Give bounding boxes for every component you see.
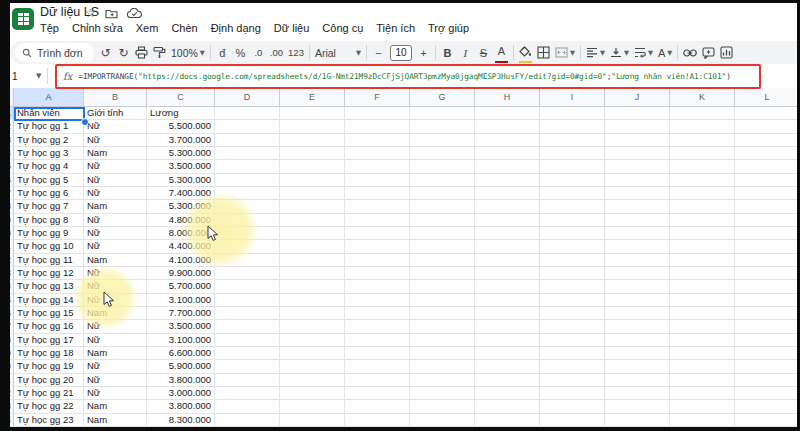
cell-L12[interactable] [735,254,800,267]
cell-K20[interactable] [670,360,735,373]
cell-H3[interactable] [475,134,540,147]
cell-A24[interactable]: Tự học gg 23 [14,414,84,427]
cell-F2[interactable] [345,120,410,133]
cell-K8[interactable] [670,200,735,213]
cell-J11[interactable] [605,240,670,253]
cell-K13[interactable] [670,267,735,280]
cell-H24[interactable] [475,414,540,427]
cell-A13[interactable]: Tự học gg 12 [14,267,84,280]
cell-I9[interactable] [540,214,605,227]
cell-A20[interactable]: Tự học gg 19 [14,360,84,373]
redo-button[interactable]: ↻ [117,44,130,62]
column-header-A[interactable]: A [14,88,84,107]
cell-C7[interactable]: 7.400.000 [147,187,215,200]
cell-B10[interactable]: Nữ [84,227,147,240]
cell-K24[interactable] [670,414,735,427]
cell-L17[interactable] [735,320,800,333]
cell-H8[interactable] [475,200,540,213]
cell-E14[interactable] [280,280,345,293]
cell-H12[interactable] [475,254,540,267]
cell-D13[interactable] [215,267,280,280]
menu-item-2[interactable]: Chỉnh sửa [72,22,123,34]
cell-J8[interactable] [605,200,670,213]
cell-F7[interactable] [345,187,410,200]
font-size-input[interactable]: 10 [390,45,412,61]
cell-B1[interactable]: Giới tính [84,107,147,120]
cell-L18[interactable] [735,334,800,347]
cell-J16[interactable] [605,307,670,320]
cell-F5[interactable] [345,160,410,173]
vertical-align-button[interactable]: ▼ [610,44,629,62]
column-header-E[interactable]: E [280,88,345,107]
cell-B21[interactable]: Nữ [84,374,147,387]
cell-D2[interactable] [215,120,280,133]
cell-F20[interactable] [345,360,410,373]
cell-I2[interactable] [540,120,605,133]
cell-F3[interactable] [345,134,410,147]
cell-A11[interactable]: Tự học gg 10 [14,240,84,253]
cell-A4[interactable]: Tự học gg 3 [14,147,84,160]
cell-I19[interactable] [540,347,605,360]
cell-G21[interactable] [410,374,475,387]
cell-K4[interactable] [670,147,735,160]
cell-H5[interactable] [475,160,540,173]
cell-H9[interactable] [475,214,540,227]
cell-I3[interactable] [540,134,605,147]
cell-F24[interactable] [345,414,410,427]
cell-C8[interactable]: 5.300.000 [147,200,215,213]
cell-E6[interactable] [280,174,345,187]
name-box-caret-icon[interactable]: ▼ [36,72,41,80]
cell-I21[interactable] [540,374,605,387]
cell-L14[interactable] [735,280,800,293]
cell-H11[interactable] [475,240,540,253]
cell-I16[interactable] [540,307,605,320]
cell-H6[interactable] [475,174,540,187]
cell-H14[interactable] [475,280,540,293]
text-color-button[interactable]: A [495,43,508,63]
cell-I5[interactable] [540,160,605,173]
cell-G10[interactable] [410,227,475,240]
cell-E21[interactable] [280,374,345,387]
decrease-font-size-button[interactable]: − [372,44,385,62]
cell-K12[interactable] [670,254,735,267]
cell-K2[interactable] [670,120,735,133]
column-header-K[interactable]: K [670,88,735,107]
cell-E22[interactable] [280,387,345,400]
cell-F14[interactable] [345,280,410,293]
cell-G14[interactable] [410,280,475,293]
cell-K7[interactable] [670,187,735,200]
cell-J13[interactable] [605,267,670,280]
move-folder-icon[interactable] [105,8,118,19]
cell-L15[interactable] [735,294,800,307]
cell-L4[interactable] [735,147,800,160]
cell-J9[interactable] [605,214,670,227]
cell-B14[interactable]: Nữ [84,280,147,293]
cell-K10[interactable] [670,227,735,240]
horizontal-align-button[interactable]: ▼ [586,44,605,62]
bold-button[interactable]: B [441,44,454,62]
cell-G16[interactable] [410,307,475,320]
menu-item-9[interactable]: Trợ giúp [428,22,469,34]
cell-D23[interactable] [215,400,280,413]
cell-J1[interactable] [605,107,670,120]
cell-B6[interactable]: Nữ [84,174,147,187]
cell-E2[interactable] [280,120,345,133]
cell-E18[interactable] [280,334,345,347]
cell-D10[interactable] [215,227,280,240]
cell-F9[interactable] [345,214,410,227]
cell-F11[interactable] [345,240,410,253]
cell-H15[interactable] [475,294,540,307]
column-header-G[interactable]: G [410,88,475,107]
cell-B7[interactable]: Nữ [84,187,147,200]
cell-C3[interactable]: 3.700.000 [147,134,215,147]
cell-D17[interactable] [215,320,280,333]
column-header-I[interactable]: I [540,88,605,107]
cell-G4[interactable] [410,147,475,160]
cell-H10[interactable] [475,227,540,240]
cell-K21[interactable] [670,374,735,387]
cell-A21[interactable]: Tự học gg 20 [14,374,84,387]
cell-D22[interactable] [215,387,280,400]
cell-E23[interactable] [280,400,345,413]
cell-K9[interactable] [670,214,735,227]
cell-F8[interactable] [345,200,410,213]
